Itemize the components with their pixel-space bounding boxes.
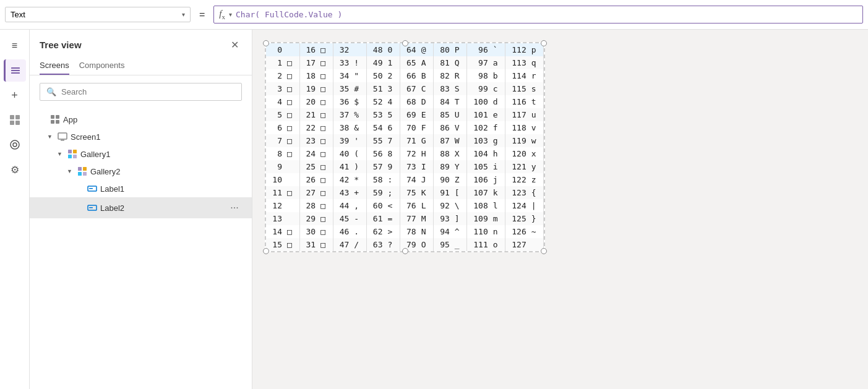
search-box[interactable]: 🔍 <box>40 83 242 101</box>
table-row: 92 <box>434 199 452 212</box>
table-row: 121 <box>505 160 529 173</box>
table-row: 23 <box>299 134 318 147</box>
resize-handle-tm[interactable] <box>402 40 408 46</box>
media-icon-btn[interactable] <box>4 134 26 156</box>
search-input[interactable] <box>61 87 235 96</box>
tree-item-label2[interactable]: Label2 ··· <box>30 197 252 218</box>
table-row: □ <box>318 238 333 251</box>
table-row: 3 <box>385 82 400 95</box>
table-row: V <box>452 121 467 134</box>
table-row: R <box>452 69 467 82</box>
hamburger-icon-btn[interactable]: ≡ <box>4 35 26 57</box>
table-row: o <box>491 238 505 251</box>
resize-handle-tl[interactable] <box>263 40 269 46</box>
table-row: % <box>351 108 366 121</box>
table-row: ) <box>351 160 366 173</box>
tab-components[interactable]: Components <box>79 57 125 75</box>
settings-icon-btn[interactable]: ⚙ <box>4 158 26 181</box>
table-row: i <box>491 160 505 173</box>
table-row: F <box>419 121 434 134</box>
tree-item-label1[interactable]: Label1 <box>30 180 252 197</box>
screen1-expand-icon: ▼ <box>47 134 54 140</box>
table-row: ^ <box>452 225 467 238</box>
table-row: M <box>419 212 434 225</box>
tree-item-gallery2[interactable]: ▼ Gallery2 <box>30 163 252 180</box>
media-icon <box>9 139 20 150</box>
table-row: 48 <box>366 43 385 56</box>
table-row: 57 <box>366 160 385 173</box>
layers-icon-btn[interactable] <box>4 59 26 82</box>
table-row: 7 <box>385 134 400 147</box>
svg-rect-0 <box>11 67 20 69</box>
table-row: 76 <box>400 199 418 212</box>
table-row: 58 <box>366 173 385 186</box>
table-row: 119 <box>505 134 529 147</box>
table-row: 16 <box>299 43 318 56</box>
tree-item-gallery1[interactable]: ▼ Gallery1 <box>30 145 252 163</box>
table-row: g <box>491 134 505 147</box>
gallery2-label: Gallery2 <box>90 167 242 176</box>
table-row: W <box>452 134 467 147</box>
table-row: 17 <box>299 56 318 69</box>
table-row: 53 <box>366 108 385 121</box>
table-row: 87 <box>434 134 452 147</box>
layers-icon <box>10 65 21 76</box>
resize-handle-bm[interactable] <box>402 248 408 254</box>
table-row: f <box>491 121 505 134</box>
tree-title: Tree view <box>40 40 82 50</box>
table-row: 8 <box>385 147 400 160</box>
table-row: □ <box>318 134 333 147</box>
table-row: 19 <box>299 82 318 95</box>
table-row <box>285 43 299 56</box>
table-row <box>285 199 299 212</box>
table-row: 7 <box>266 134 285 147</box>
table-row: = <box>385 212 400 225</box>
svg-rect-10 <box>56 115 59 119</box>
tree-close-button[interactable]: ✕ <box>227 37 242 52</box>
table-row: 51 <box>366 82 385 95</box>
table-row: 18 <box>299 69 318 82</box>
table-row: T <box>452 95 467 108</box>
gallery1-expand-icon: ▼ <box>57 151 64 157</box>
table-row: 42 <box>333 173 351 186</box>
tree-item-screen1[interactable]: ▼ Screen1 <box>30 128 252 145</box>
table-row: 72 <box>400 147 418 160</box>
table-row: 88 <box>434 147 452 160</box>
table-row: m <box>491 212 505 225</box>
resize-handle-br[interactable] <box>541 248 547 254</box>
label2-menu-button[interactable]: ··· <box>227 200 242 215</box>
table-row: 111 <box>467 238 491 251</box>
table-row: S <box>452 82 467 95</box>
table-row: 0 <box>266 43 285 56</box>
add-icon-btn[interactable]: + <box>4 84 26 106</box>
table-row: 114 <box>505 69 529 82</box>
table-row: + <box>351 186 366 199</box>
table-row: 59 <box>366 186 385 199</box>
table-row: 74 <box>400 173 418 186</box>
table-row: 24 <box>299 147 318 160</box>
svg-rect-2 <box>11 72 20 74</box>
table-row: Q <box>452 56 467 69</box>
table-row: 113 <box>505 56 529 69</box>
table-row: H <box>419 147 434 160</box>
table-row: n <box>491 225 505 238</box>
table-row: 83 <box>434 82 452 95</box>
resize-handle-tr[interactable] <box>541 40 547 46</box>
table-row: 63 <box>366 238 385 251</box>
table-row: 125 <box>505 212 529 225</box>
table-row: 6 <box>385 121 400 134</box>
svg-rect-17 <box>68 155 72 158</box>
resize-handle-bl[interactable] <box>263 248 269 254</box>
table-row <box>285 160 299 173</box>
svg-rect-20 <box>83 167 87 171</box>
tree-item-app[interactable]: App <box>30 111 252 128</box>
table-row: 55 <box>366 134 385 147</box>
components-icon-btn[interactable] <box>4 109 26 131</box>
table-row: ! <box>351 56 366 69</box>
table-row: D <box>419 95 434 108</box>
canvas-area[interactable]: 016□3248064@80P96`112p1□17□33!49165A81Q9… <box>252 30 868 389</box>
tab-screens[interactable]: Screens <box>40 57 69 75</box>
formula-selector[interactable]: Text ▾ <box>5 7 191 22</box>
formula-bar[interactable]: fx ▾ Char( FullCode.Value ) <box>213 6 863 24</box>
table-row: _ <box>452 238 467 251</box>
